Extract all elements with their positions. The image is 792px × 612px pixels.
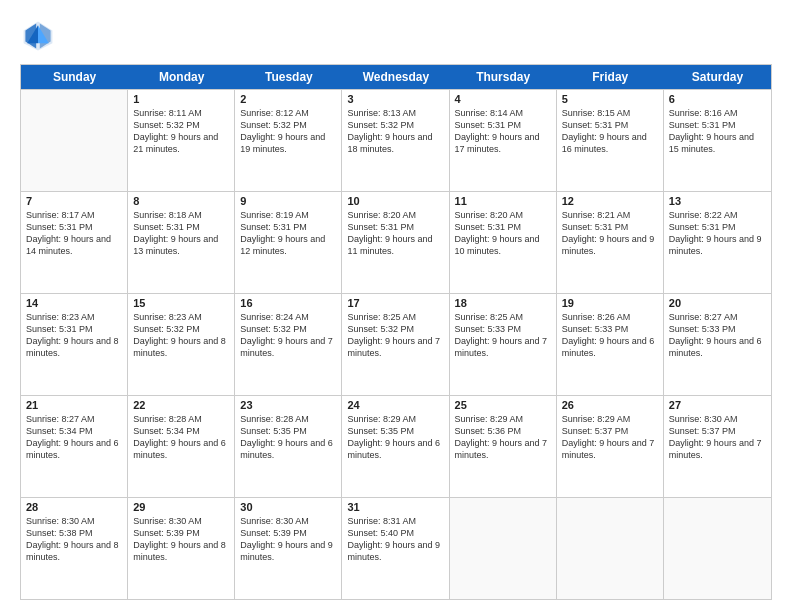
day-info: Sunrise: 8:30 AM Sunset: 5:38 PM Dayligh… (26, 515, 122, 564)
day-info: Sunrise: 8:23 AM Sunset: 5:32 PM Dayligh… (133, 311, 229, 360)
header-day-monday: Monday (128, 65, 235, 89)
day-cell-17: 17Sunrise: 8:25 AM Sunset: 5:32 PM Dayli… (342, 294, 449, 395)
day-cell-3: 3Sunrise: 8:13 AM Sunset: 5:32 PM Daylig… (342, 90, 449, 191)
day-cell-20: 20Sunrise: 8:27 AM Sunset: 5:33 PM Dayli… (664, 294, 771, 395)
day-cell-14: 14Sunrise: 8:23 AM Sunset: 5:31 PM Dayli… (21, 294, 128, 395)
day-cell-10: 10Sunrise: 8:20 AM Sunset: 5:31 PM Dayli… (342, 192, 449, 293)
day-cell-28: 28Sunrise: 8:30 AM Sunset: 5:38 PM Dayli… (21, 498, 128, 599)
day-cell-7: 7Sunrise: 8:17 AM Sunset: 5:31 PM Daylig… (21, 192, 128, 293)
day-info: Sunrise: 8:25 AM Sunset: 5:32 PM Dayligh… (347, 311, 443, 360)
day-number: 10 (347, 195, 443, 207)
day-info: Sunrise: 8:29 AM Sunset: 5:35 PM Dayligh… (347, 413, 443, 462)
day-info: Sunrise: 8:29 AM Sunset: 5:36 PM Dayligh… (455, 413, 551, 462)
day-number: 1 (133, 93, 229, 105)
day-info: Sunrise: 8:13 AM Sunset: 5:32 PM Dayligh… (347, 107, 443, 156)
day-cell-1: 1Sunrise: 8:11 AM Sunset: 5:32 PM Daylig… (128, 90, 235, 191)
day-number: 16 (240, 297, 336, 309)
day-cell-12: 12Sunrise: 8:21 AM Sunset: 5:31 PM Dayli… (557, 192, 664, 293)
header-day-saturday: Saturday (664, 65, 771, 89)
day-number: 17 (347, 297, 443, 309)
empty-cell (557, 498, 664, 599)
day-number: 28 (26, 501, 122, 513)
day-number: 4 (455, 93, 551, 105)
day-cell-13: 13Sunrise: 8:22 AM Sunset: 5:31 PM Dayli… (664, 192, 771, 293)
day-number: 20 (669, 297, 766, 309)
day-number: 27 (669, 399, 766, 411)
day-number: 12 (562, 195, 658, 207)
day-number: 15 (133, 297, 229, 309)
day-info: Sunrise: 8:29 AM Sunset: 5:37 PM Dayligh… (562, 413, 658, 462)
day-cell-30: 30Sunrise: 8:30 AM Sunset: 5:39 PM Dayli… (235, 498, 342, 599)
day-number: 18 (455, 297, 551, 309)
day-number: 19 (562, 297, 658, 309)
day-number: 2 (240, 93, 336, 105)
header (20, 18, 772, 54)
day-cell-21: 21Sunrise: 8:27 AM Sunset: 5:34 PM Dayli… (21, 396, 128, 497)
header-day-friday: Friday (557, 65, 664, 89)
day-info: Sunrise: 8:21 AM Sunset: 5:31 PM Dayligh… (562, 209, 658, 258)
day-cell-2: 2Sunrise: 8:12 AM Sunset: 5:32 PM Daylig… (235, 90, 342, 191)
day-info: Sunrise: 8:26 AM Sunset: 5:33 PM Dayligh… (562, 311, 658, 360)
logo-icon (20, 18, 56, 54)
day-cell-5: 5Sunrise: 8:15 AM Sunset: 5:31 PM Daylig… (557, 90, 664, 191)
empty-cell (450, 498, 557, 599)
day-info: Sunrise: 8:30 AM Sunset: 5:39 PM Dayligh… (133, 515, 229, 564)
day-info: Sunrise: 8:27 AM Sunset: 5:33 PM Dayligh… (669, 311, 766, 360)
day-number: 13 (669, 195, 766, 207)
day-cell-6: 6Sunrise: 8:16 AM Sunset: 5:31 PM Daylig… (664, 90, 771, 191)
logo (20, 18, 60, 54)
day-info: Sunrise: 8:22 AM Sunset: 5:31 PM Dayligh… (669, 209, 766, 258)
day-info: Sunrise: 8:27 AM Sunset: 5:34 PM Dayligh… (26, 413, 122, 462)
day-info: Sunrise: 8:14 AM Sunset: 5:31 PM Dayligh… (455, 107, 551, 156)
day-cell-23: 23Sunrise: 8:28 AM Sunset: 5:35 PM Dayli… (235, 396, 342, 497)
header-day-tuesday: Tuesday (235, 65, 342, 89)
day-cell-16: 16Sunrise: 8:24 AM Sunset: 5:32 PM Dayli… (235, 294, 342, 395)
day-number: 14 (26, 297, 122, 309)
day-info: Sunrise: 8:25 AM Sunset: 5:33 PM Dayligh… (455, 311, 551, 360)
day-cell-4: 4Sunrise: 8:14 AM Sunset: 5:31 PM Daylig… (450, 90, 557, 191)
day-info: Sunrise: 8:28 AM Sunset: 5:35 PM Dayligh… (240, 413, 336, 462)
calendar-week-3: 14Sunrise: 8:23 AM Sunset: 5:31 PM Dayli… (21, 293, 771, 395)
day-cell-8: 8Sunrise: 8:18 AM Sunset: 5:31 PM Daylig… (128, 192, 235, 293)
calendar: SundayMondayTuesdayWednesdayThursdayFrid… (20, 64, 772, 600)
day-info: Sunrise: 8:20 AM Sunset: 5:31 PM Dayligh… (347, 209, 443, 258)
day-cell-24: 24Sunrise: 8:29 AM Sunset: 5:35 PM Dayli… (342, 396, 449, 497)
day-number: 30 (240, 501, 336, 513)
day-cell-18: 18Sunrise: 8:25 AM Sunset: 5:33 PM Dayli… (450, 294, 557, 395)
day-cell-19: 19Sunrise: 8:26 AM Sunset: 5:33 PM Dayli… (557, 294, 664, 395)
day-info: Sunrise: 8:20 AM Sunset: 5:31 PM Dayligh… (455, 209, 551, 258)
day-number: 3 (347, 93, 443, 105)
day-info: Sunrise: 8:28 AM Sunset: 5:34 PM Dayligh… (133, 413, 229, 462)
day-number: 26 (562, 399, 658, 411)
day-number: 21 (26, 399, 122, 411)
day-info: Sunrise: 8:17 AM Sunset: 5:31 PM Dayligh… (26, 209, 122, 258)
day-info: Sunrise: 8:30 AM Sunset: 5:37 PM Dayligh… (669, 413, 766, 462)
day-info: Sunrise: 8:30 AM Sunset: 5:39 PM Dayligh… (240, 515, 336, 564)
day-number: 23 (240, 399, 336, 411)
day-info: Sunrise: 8:23 AM Sunset: 5:31 PM Dayligh… (26, 311, 122, 360)
calendar-week-2: 7Sunrise: 8:17 AM Sunset: 5:31 PM Daylig… (21, 191, 771, 293)
day-cell-29: 29Sunrise: 8:30 AM Sunset: 5:39 PM Dayli… (128, 498, 235, 599)
day-info: Sunrise: 8:24 AM Sunset: 5:32 PM Dayligh… (240, 311, 336, 360)
calendar-week-4: 21Sunrise: 8:27 AM Sunset: 5:34 PM Dayli… (21, 395, 771, 497)
day-cell-26: 26Sunrise: 8:29 AM Sunset: 5:37 PM Dayli… (557, 396, 664, 497)
day-number: 5 (562, 93, 658, 105)
day-cell-25: 25Sunrise: 8:29 AM Sunset: 5:36 PM Dayli… (450, 396, 557, 497)
day-number: 9 (240, 195, 336, 207)
day-info: Sunrise: 8:12 AM Sunset: 5:32 PM Dayligh… (240, 107, 336, 156)
day-number: 25 (455, 399, 551, 411)
day-info: Sunrise: 8:15 AM Sunset: 5:31 PM Dayligh… (562, 107, 658, 156)
day-info: Sunrise: 8:31 AM Sunset: 5:40 PM Dayligh… (347, 515, 443, 564)
day-number: 6 (669, 93, 766, 105)
day-cell-9: 9Sunrise: 8:19 AM Sunset: 5:31 PM Daylig… (235, 192, 342, 293)
day-info: Sunrise: 8:18 AM Sunset: 5:31 PM Dayligh… (133, 209, 229, 258)
calendar-week-5: 28Sunrise: 8:30 AM Sunset: 5:38 PM Dayli… (21, 497, 771, 599)
day-number: 24 (347, 399, 443, 411)
calendar-week-1: 1Sunrise: 8:11 AM Sunset: 5:32 PM Daylig… (21, 89, 771, 191)
day-cell-11: 11Sunrise: 8:20 AM Sunset: 5:31 PM Dayli… (450, 192, 557, 293)
day-number: 22 (133, 399, 229, 411)
empty-cell (664, 498, 771, 599)
day-info: Sunrise: 8:19 AM Sunset: 5:31 PM Dayligh… (240, 209, 336, 258)
day-cell-22: 22Sunrise: 8:28 AM Sunset: 5:34 PM Dayli… (128, 396, 235, 497)
empty-cell (21, 90, 128, 191)
